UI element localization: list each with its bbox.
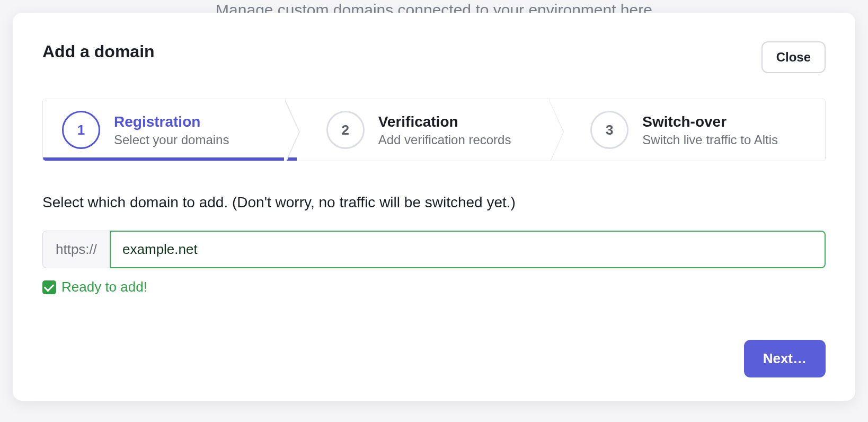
step-title: Switch-over	[642, 112, 778, 131]
modal-footer: Next…	[42, 340, 826, 377]
step-subtitle: Select your domains	[114, 133, 229, 147]
close-button[interactable]: Close	[761, 41, 826, 73]
protocol-prefix-label: https://	[42, 231, 110, 268]
check-icon	[42, 280, 56, 294]
step-switch-over[interactable]: 3 Switch-over Switch live traffic to Alt…	[561, 99, 825, 161]
step-registration[interactable]: 1 Registration Select your domains	[43, 99, 297, 161]
step-verification[interactable]: 2 Verification Add verification records	[297, 99, 561, 161]
status-text: Ready to add!	[61, 279, 147, 295]
modal-title: Add a domain	[42, 41, 155, 61]
step-title: Registration	[114, 112, 229, 131]
instruction-text: Select which domain to add. (Don't worry…	[42, 192, 826, 213]
domain-input-group: https://	[42, 231, 826, 268]
step-number-badge: 2	[326, 111, 365, 149]
step-number-badge: 1	[62, 111, 100, 149]
domain-input[interactable]	[110, 231, 826, 268]
step-subtitle: Add verification records	[378, 133, 511, 147]
step-title: Verification	[378, 112, 511, 131]
next-button[interactable]: Next…	[744, 340, 826, 377]
validation-status: Ready to add!	[42, 279, 826, 295]
step-subtitle: Switch live traffic to Altis	[642, 133, 778, 147]
modal-header: Add a domain Close	[42, 41, 826, 73]
step-number-badge: 3	[590, 111, 628, 149]
add-domain-modal: Add a domain Close 1 Registration Select…	[13, 13, 855, 401]
wizard-stepper: 1 Registration Select your domains 2 Ver…	[42, 99, 826, 161]
